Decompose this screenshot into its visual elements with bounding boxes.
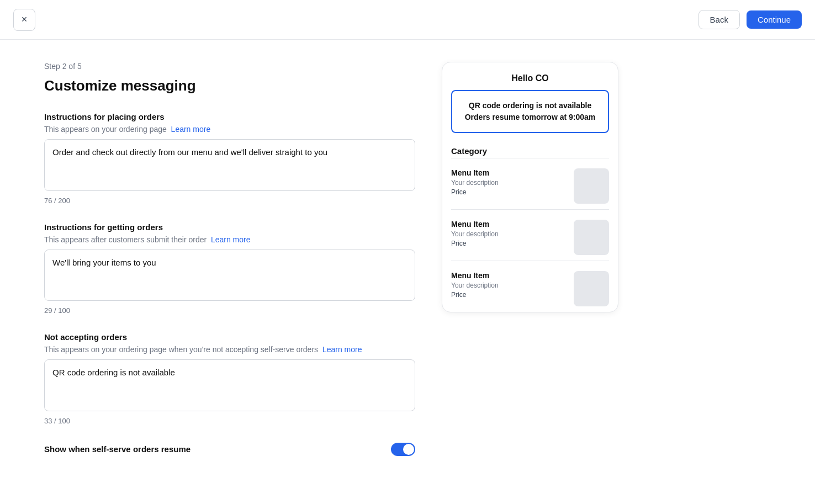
not-accepting-desc: This appears on your ordering page when … [44,345,415,354]
not-accepting-textarea[interactable] [44,359,415,411]
placing-orders-title: Instructions for placing orders [44,112,415,121]
not-accepting-learn-more[interactable]: Learn more [322,345,362,354]
getting-orders-title: Instructions for getting orders [44,222,415,232]
getting-orders-desc: This appears after customers submit thei… [44,235,415,244]
preview-banner-line2: Orders resume tomorrow at 9:00am [461,112,599,123]
preview-category-label: Category [442,142,618,158]
placing-orders-char-count: 76 / 200 [44,197,415,205]
main-layout: Step 2 of 5 Customize messaging Instruct… [0,40,663,478]
preview-item-3-name: Menu Item [451,271,567,280]
placing-orders-textarea[interactable] [44,139,415,191]
right-column: Hello CO QR code ordering is not availab… [442,62,618,456]
step-label: Step 2 of 5 [44,62,415,71]
show-resume-label: Show when self-serve orders resume [44,444,190,454]
not-accepting-title: Not accepting orders [44,332,415,342]
preview-item-2-info: Menu Item Your description Price [451,220,567,247]
preview-item-3-price: Price [451,291,567,299]
preview-banner-line1: QR code ordering is not available [461,100,599,112]
getting-orders-section: Instructions for getting orders This app… [44,222,415,315]
preview-item-1-image [574,168,609,204]
preview-item-2: Menu Item Your description Price [442,214,618,261]
preview-item-3-info: Menu Item Your description Price [451,271,567,299]
continue-button[interactable]: Continue [747,10,802,29]
page-title: Customize messaging [44,77,415,94]
preview-item-1-desc: Your description [451,179,567,187]
preview-card: Hello CO QR code ordering is not availab… [442,62,618,312]
preview-item-3-desc: Your description [451,282,567,289]
back-button[interactable]: Back [698,10,740,29]
getting-orders-textarea[interactable] [44,250,415,301]
placing-orders-section: Instructions for placing orders This app… [44,112,415,205]
preview-item-2-name: Menu Item [451,220,567,229]
close-button[interactable]: × [13,9,35,31]
preview-item-2-desc: Your description [451,230,567,238]
preview-item-2-image [574,220,609,255]
show-resume-row: Show when self-serve orders resume [44,443,415,456]
preview-item-1-name: Menu Item [451,168,567,177]
not-accepting-char-count: 33 / 100 [44,417,415,425]
preview-item-1-price: Price [451,188,567,196]
preview-item-2-price: Price [451,240,567,247]
nav-right: Back Continue [698,10,802,29]
not-accepting-section: Not accepting orders This appears on you… [44,332,415,425]
getting-orders-char-count: 29 / 100 [44,306,415,315]
preview-store-name: Hello CO [442,62,618,90]
getting-orders-learn-more[interactable]: Learn more [211,235,251,244]
top-nav: × Back Continue [0,0,815,40]
show-resume-toggle[interactable] [391,443,415,456]
placing-orders-learn-more[interactable]: Learn more [171,125,211,134]
preview-item-3-image [574,271,609,306]
left-column: Step 2 of 5 Customize messaging Instruct… [44,62,415,456]
preview-divider-1 [451,158,609,158]
preview-item-1-info: Menu Item Your description Price [451,168,567,196]
preview-divider-2 [451,209,609,210]
preview-item-1: Menu Item Your description Price [442,163,618,209]
placing-orders-desc: This appears on your ordering page Learn… [44,125,415,134]
preview-banner: QR code ordering is not available Orders… [451,90,609,133]
preview-divider-3 [451,261,609,261]
preview-item-3: Menu Item Your description Price [442,266,618,312]
